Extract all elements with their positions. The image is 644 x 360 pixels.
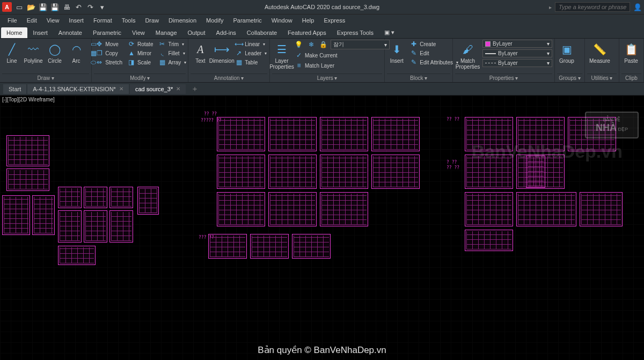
cad-block[interactable] <box>371 155 420 189</box>
cad-block[interactable] <box>2 195 30 235</box>
cad-block[interactable] <box>371 117 420 151</box>
cad-block[interactable] <box>268 117 317 151</box>
cad-block[interactable] <box>292 234 331 259</box>
rtab-featured[interactable]: Featured Apps <box>282 27 332 38</box>
cad-block[interactable] <box>32 195 55 235</box>
filetab-start[interactable]: Start <box>3 84 26 94</box>
viewport-label[interactable]: [-][Top][2D Wireframe] <box>2 97 55 102</box>
panel-block-title[interactable]: Block ▾ <box>387 74 450 82</box>
matchlayer-button[interactable]: ≡Match Layer <box>294 61 390 70</box>
filetab-add-button[interactable]: ＋ <box>187 84 203 94</box>
cad-block[interactable] <box>58 187 82 208</box>
menu-express[interactable]: Express <box>319 16 349 25</box>
rtab-collaborate[interactable]: Collaborate <box>241 27 282 38</box>
group-button[interactable]: ▣Group <box>557 40 576 65</box>
menu-parametric[interactable]: Parametric <box>229 16 266 25</box>
mirror-button[interactable]: ▲Mirror <box>126 49 155 57</box>
search-input[interactable] <box>555 2 630 12</box>
panel-properties-title[interactable]: Properties ▾ <box>455 74 552 82</box>
qat-more-icon[interactable]: ▾ <box>98 3 106 11</box>
drawing-canvas[interactable]: [-][Top][2D Wireframe] ?? ?? ????? ?? ??… <box>0 95 644 360</box>
panel-layers-title[interactable]: Layers ▾ <box>272 74 382 82</box>
cad-block[interactable] <box>217 192 265 226</box>
menu-file[interactable]: File <box>3 16 21 25</box>
editblock-button[interactable]: ✎Edit <box>408 49 460 57</box>
cad-block[interactable] <box>465 230 513 251</box>
cad-block[interactable] <box>320 155 368 189</box>
rtab-home[interactable]: Home <box>1 27 27 38</box>
cad-block[interactable] <box>58 246 96 265</box>
rtab-overflow-icon[interactable]: ▣ ▾ <box>379 27 400 38</box>
cad-block[interactable] <box>268 155 317 189</box>
search-chevron-icon[interactable]: ▸ <box>549 4 552 10</box>
stretch-button[interactable]: ⇔Stretch <box>94 58 124 67</box>
scale-button[interactable]: ◨Scale <box>126 58 155 67</box>
insertblock-button[interactable]: ⬇Insert <box>387 40 406 65</box>
new-icon[interactable]: ▭ <box>15 3 24 11</box>
move-button[interactable]: ✥Move <box>94 40 124 48</box>
menu-modify[interactable]: Modify <box>202 16 228 25</box>
panel-modify-title[interactable]: Modify ▾ <box>94 74 186 82</box>
polyline-button[interactable]: 〰Polyline <box>24 40 43 65</box>
cad-block[interactable] <box>58 210 82 243</box>
matchprops-button[interactable]: 🖌Match Properties <box>455 40 480 71</box>
saveas-icon[interactable]: 💾 <box>50 3 59 11</box>
linetype-combo[interactable]: ByLayer▾ <box>482 59 552 67</box>
rtab-express[interactable]: Express Tools <box>332 27 379 38</box>
editattr-button[interactable]: ✎Edit Attributes▾ <box>408 58 460 67</box>
cad-block[interactable] <box>516 192 576 226</box>
table-button[interactable]: ▦Table <box>233 58 268 67</box>
menu-draw[interactable]: Draw <box>141 16 163 25</box>
color-combo[interactable]: ByLayer▾ <box>482 40 552 48</box>
layer-state3[interactable]: 🔒 <box>318 40 329 49</box>
layer-state2[interactable]: ❄ <box>306 40 317 49</box>
close-icon[interactable]: ✕ <box>176 86 180 92</box>
rtab-manage[interactable]: Manage <box>150 27 182 38</box>
menu-help[interactable]: Help <box>298 16 319 25</box>
cad-block[interactable] <box>109 187 133 208</box>
cad-block[interactable] <box>516 117 565 151</box>
panel-groups-title[interactable]: Groups ▾ <box>557 74 582 82</box>
fillet-button[interactable]: ◟Fillet▾ <box>157 49 188 57</box>
cad-block[interactable] <box>320 192 368 226</box>
cad-block[interactable] <box>250 234 289 259</box>
cad-block[interactable] <box>217 117 265 151</box>
panel-draw-title[interactable]: Draw ▾ <box>2 74 89 82</box>
cad-block[interactable] <box>465 155 513 189</box>
cad-block[interactable] <box>320 117 368 151</box>
menu-view[interactable]: View <box>42 16 64 25</box>
menu-window[interactable]: Window <box>267 16 297 25</box>
text-button[interactable]: AText <box>191 40 210 65</box>
cad-block[interactable] <box>580 192 623 226</box>
panel-utilities-title[interactable]: Utilities ▾ <box>587 74 617 82</box>
signin-icon[interactable]: 👤 <box>633 3 642 11</box>
layerprops-button[interactable]: ☰Layer Properties <box>272 40 291 71</box>
filetab-1[interactable]: A-4-1,13.SNACK-EXTENSION*✕ <box>27 84 129 94</box>
undo-icon[interactable]: ↶ <box>74 3 83 11</box>
rtab-annotate[interactable]: Annotate <box>53 27 87 38</box>
close-icon[interactable]: ✕ <box>119 86 123 92</box>
rtab-output[interactable]: Output <box>182 27 211 38</box>
leader-button[interactable]: ↗Leader▾ <box>233 49 268 57</box>
panel-annotation-title[interactable]: Annotation ▾ <box>191 74 267 82</box>
cad-block[interactable] <box>137 187 159 215</box>
arc-button[interactable]: ◠Arc <box>67 40 86 65</box>
rtab-addins[interactable]: Add-ins <box>211 27 241 38</box>
menu-format[interactable]: Format <box>89 16 116 25</box>
cad-block[interactable] <box>568 117 616 151</box>
cad-block[interactable] <box>465 192 513 226</box>
cad-block[interactable] <box>6 135 49 166</box>
rtab-parametric[interactable]: Parametric <box>87 27 127 38</box>
redo-icon[interactable]: ↷ <box>86 3 94 11</box>
lineweight-combo[interactable]: ByLayer▾ <box>482 49 552 57</box>
paste-button[interactable]: 📋Paste <box>621 40 641 65</box>
menu-edit[interactable]: Edit <box>23 16 41 25</box>
open-icon[interactable]: 📂 <box>27 3 35 11</box>
linear-button[interactable]: ⟷Linear▾ <box>233 40 268 48</box>
filetab-2[interactable]: cad source_3*✕ <box>130 84 186 94</box>
createblock-button[interactable]: ✚Create <box>408 40 460 48</box>
dimension-button[interactable]: ⟼Dimension <box>212 40 231 65</box>
trim-button[interactable]: ✂Trim▾ <box>157 40 188 48</box>
rtab-insert[interactable]: Insert <box>27 27 53 38</box>
cad-block[interactable] <box>84 210 107 243</box>
